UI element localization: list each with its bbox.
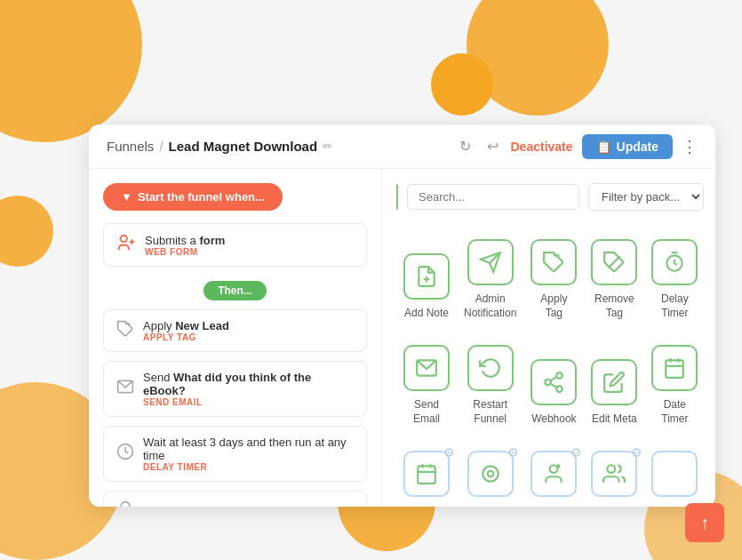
- svg-point-17: [546, 380, 552, 386]
- step-2-title: Apply New Lead: [143, 319, 354, 332]
- step-4-icon: [116, 443, 134, 465]
- refresh-icon: ↻: [459, 138, 471, 155]
- more-options-button[interactable]: ⋮: [682, 137, 698, 156]
- gear-badge-2: ⚙: [507, 445, 519, 460]
- bg-decoration-2: [467, 0, 609, 116]
- edit-title-icon[interactable]: ✏: [323, 140, 332, 153]
- admin-notification-label: Admin Notification: [464, 292, 516, 320]
- action-row3-4[interactable]: ⚙: [584, 436, 644, 507]
- breadcrumb-parent: Funnels: [107, 139, 154, 154]
- gear-badge-3: ⚙: [570, 445, 582, 460]
- webhook-label: Webhook: [531, 412, 576, 427]
- webhook-icon-wrap: [531, 359, 577, 405]
- funnel-step-4[interactable]: Wait at least 3 days and then run at any…: [103, 426, 367, 482]
- funnel-filter-icon: ▼: [121, 190, 132, 204]
- action-date-timer[interactable]: Date Timer: [644, 331, 705, 436]
- action-restart-funnel[interactable]: Restart Funnel: [457, 331, 523, 436]
- action-send-email[interactable]: Send Email: [396, 331, 457, 436]
- remove-tag-label: Remove Tag: [591, 292, 637, 320]
- action-remove-tag[interactable]: Remove Tag: [584, 225, 644, 331]
- svg-rect-21: [666, 361, 684, 379]
- update-button[interactable]: 📋 Update: [582, 134, 673, 159]
- tab-actions[interactable]: Actions: [397, 185, 398, 209]
- step-1-icon: [116, 233, 136, 257]
- step-4-subtitle: DELAY TIMER: [143, 462, 354, 472]
- step-3-info: Send What did you think of the eBook? SE…: [143, 371, 354, 407]
- send-email-label: Send Email: [403, 398, 450, 426]
- gear-badge-1: ⚙: [443, 445, 455, 460]
- right-toolbar: Actions Benchmarks Filter by pack...: [396, 183, 701, 211]
- action-webhook[interactable]: Webhook: [523, 331, 584, 436]
- action-row3-3[interactable]: ⚙: [523, 436, 584, 507]
- svg-point-0: [121, 236, 127, 242]
- funnel-step-3[interactable]: Send What did you think of the eBook? SE…: [103, 361, 367, 417]
- funnel-step-5[interactable]: Send notification to: [103, 491, 367, 507]
- step-4-title: Wait at least 3 days and then run at any…: [143, 436, 354, 462]
- apply-tag-icon-wrap: [531, 239, 577, 285]
- action-row3-5[interactable]: [644, 436, 705, 507]
- restart-funnel-label: Restart Funnel: [464, 398, 516, 426]
- content-area: ▼ Start the funnel when... Submits a for…: [89, 169, 715, 507]
- start-funnel-label: Start the funnel when...: [138, 190, 265, 204]
- step-3-title: Send What did you think of the eBook?: [143, 371, 354, 397]
- edit-meta-icon-wrap: [591, 359, 637, 405]
- main-card: Funnels / Lead Magnet Download ✏ ↻ ↩ Dea…: [89, 124, 715, 507]
- svg-line-19: [551, 383, 557, 387]
- step-5-icon: [116, 500, 134, 507]
- bg-decoration-1: [0, 0, 142, 142]
- action-edit-meta[interactable]: Edit Meta: [584, 331, 644, 436]
- breadcrumb: Funnels / Lead Magnet Download ✏: [107, 139, 456, 154]
- right-panel: Actions Benchmarks Filter by pack...: [382, 169, 715, 507]
- step-4-info: Wait at least 3 days and then run at any…: [143, 436, 354, 472]
- svg-line-13: [609, 257, 620, 268]
- step-2-info: Apply New Lead APPLY TAG: [143, 319, 354, 342]
- delay-timer-icon-wrap: [651, 239, 698, 285]
- deactivate-button[interactable]: Deactivate: [511, 140, 573, 154]
- start-funnel-button[interactable]: ▼ Start the funnel when...: [103, 183, 283, 211]
- svg-point-16: [557, 372, 563, 379]
- bg-decoration-3: [431, 53, 493, 116]
- then-badge: Then...: [203, 281, 267, 300]
- funnel-step-1[interactable]: Submits a form WEB FORM: [103, 223, 367, 267]
- remove-tag-icon-wrap: [591, 239, 637, 285]
- action-delay-timer[interactable]: Delay Timer: [644, 225, 705, 331]
- restart-funnel-icon-wrap: [467, 345, 514, 391]
- step-1-info: Submits a form WEB FORM: [145, 234, 354, 257]
- update-icon: 📋: [596, 140, 611, 154]
- scroll-to-top-button[interactable]: ↑: [685, 503, 724, 542]
- search-input[interactable]: [407, 184, 579, 210]
- action-row3-2[interactable]: ⚙: [457, 436, 523, 507]
- row3-3-icon-wrap: ⚙: [531, 451, 577, 497]
- send-email-icon-wrap: [403, 345, 450, 391]
- header-bar: Funnels / Lead Magnet Download ✏ ↻ ↩ Dea…: [89, 124, 715, 169]
- action-row3-1[interactable]: ⚙: [396, 436, 457, 507]
- bg-decoration-4: [0, 196, 53, 267]
- svg-line-20: [551, 377, 557, 380]
- step-5-title: Send notification to: [143, 505, 354, 507]
- header-actions: ↻ ↩ Deactivate 📋 Update ⋮: [456, 134, 698, 159]
- action-admin-notification[interactable]: Admin Notification: [457, 225, 523, 331]
- step-2-icon: [116, 320, 134, 342]
- row3-4-icon-wrap: ⚙: [591, 451, 637, 497]
- funnel-step-2[interactable]: Apply New Lead APPLY TAG: [103, 309, 367, 352]
- undo-button[interactable]: ↩: [483, 134, 502, 158]
- gear-badge-4: ⚙: [631, 445, 642, 460]
- row3-1-icon-wrap: ⚙: [403, 451, 450, 497]
- svg-point-31: [550, 466, 558, 474]
- svg-point-30: [487, 471, 493, 477]
- step-2-subtitle: APPLY TAG: [143, 332, 354, 342]
- filter-select[interactable]: Filter by pack...: [588, 183, 704, 211]
- scroll-to-top-icon: ↑: [700, 513, 709, 533]
- breadcrumb-current: Lead Magnet Download: [169, 139, 318, 154]
- action-add-note[interactable]: Add Note: [396, 225, 457, 331]
- step-1-subtitle: WEB FORM: [145, 247, 354, 257]
- edit-meta-label: Edit Meta: [592, 412, 637, 427]
- step-1-title: Submits a form: [145, 234, 354, 247]
- apply-tag-label: Apply Tag: [531, 292, 577, 320]
- svg-point-18: [557, 386, 563, 392]
- admin-notify-icon-wrap: [467, 239, 514, 285]
- refresh-button[interactable]: ↻: [456, 134, 475, 158]
- svg-rect-25: [418, 467, 435, 484]
- action-apply-tag[interactable]: Apply Tag: [523, 225, 584, 331]
- actions-grid: Add Note Admin Notification: [396, 225, 701, 507]
